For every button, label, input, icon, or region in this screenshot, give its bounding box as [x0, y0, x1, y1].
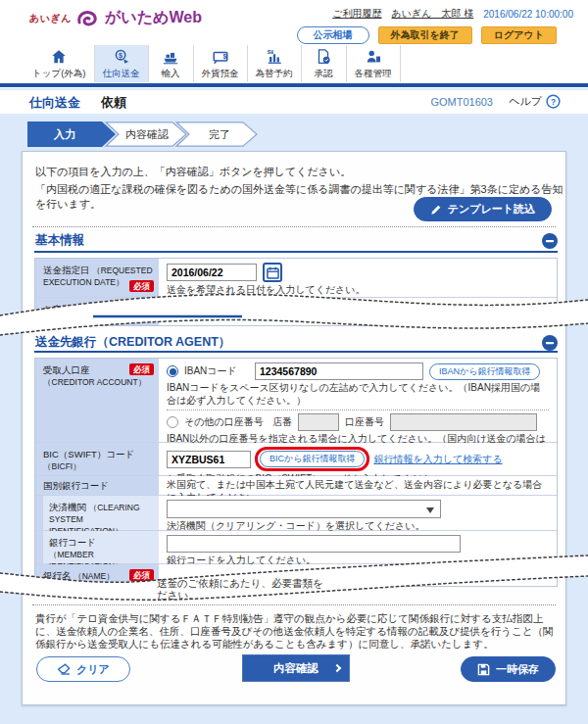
iban-radio[interactable] — [167, 365, 178, 377]
calendar-icon[interactable] — [263, 263, 282, 282]
page-category: 仕向送金 — [29, 94, 80, 112]
deposit-icon: $ — [211, 48, 230, 66]
user-info-bar: ご利用履歴 あいぎん 太郎 様 2016/06/22 10:00:00 — [332, 7, 573, 21]
torn-text-fragment: 送金のご依頼にあたり、必要書類を — [157, 577, 323, 589]
bank-name-logo: あいぎん — [29, 12, 72, 25]
end-fx-button[interactable]: 外為取引を終了 — [378, 26, 472, 44]
required-badge: 必須 — [129, 569, 154, 581]
main-nav: トップ(外為) $ 仕向送金 輸入 $ 外貨預金 $¥ 為替予約 承認 — [24, 45, 401, 82]
chevron-right-icon — [333, 664, 341, 672]
branch-label: 店番 — [272, 415, 292, 429]
torn-text-fragment: ださい。 — [157, 589, 199, 601]
help-icon: ? — [546, 94, 561, 109]
fatf-disclaimer-text: 貴行が「テロ資金供与に関するＦＡＴＦ特別勧告」遵守の観点から必要に応じて関係銀行… — [35, 612, 554, 651]
intro-text-1: 以下の項目を入力の上、「内容確認」ボタンを押してください。 — [35, 165, 351, 179]
customer-ref-row: お客様整理番号 — [35, 298, 557, 326]
header-actions: 公示相場 外為取引を終了 ログアウト — [297, 26, 557, 44]
logout-button[interactable]: ログアウト — [481, 26, 557, 44]
admin-icon — [364, 48, 383, 66]
bic-row: BIC（SWIFT）コード （BICFI） BICから銀行情報取得 銀行情報を入… — [35, 443, 557, 476]
basic-info-table: 送金指定日 （REQUESTED EXECUTION DATE） 必須 送金を希… — [34, 258, 558, 326]
bank-name-label: 銀行名 （NAME） 必須 — [35, 564, 159, 587]
collapse-minus-icon[interactable] — [542, 335, 558, 351]
clearing-system-select[interactable] — [167, 500, 441, 518]
screen-id: GOMT01603 — [430, 96, 493, 108]
svg-text:$: $ — [222, 53, 226, 61]
other-account-radio-label: その他の口座番号 — [184, 415, 267, 429]
content-panel: 以下の項目を入力の上、「内容確認」ボタンを押してください。 「内国税の適正な課税… — [22, 151, 566, 705]
nav-accent-bar — [0, 83, 588, 87]
required-badge: 必須 — [129, 363, 154, 375]
creditor-agent-table: 受取人口座 （CREDITOR ACCOUNT） 必須 IBANコード IBAN… — [34, 358, 558, 587]
exchange-chart-icon: $¥ — [265, 48, 284, 66]
help-link[interactable]: ヘルプ ? — [509, 94, 561, 109]
load-template-button[interactable]: テンプレート読込 — [414, 197, 552, 221]
national-bank-code-row: 国別銀行コード 米国宛て、または中国本土宛て人民元建て送金など、送金内容により必… — [35, 476, 557, 496]
bank-logo: あいぎん がいためWeb — [29, 8, 202, 28]
nav-item-import[interactable]: 輸入 — [149, 45, 194, 82]
dotted-separator — [32, 604, 556, 605]
iban-radio-label: IBANコード — [184, 364, 249, 378]
exec-date-input[interactable] — [167, 264, 257, 281]
member-id-label: 銀行コード （MEMBER IDENTIFICATION） — [35, 531, 159, 563]
nav-item-approval[interactable]: 承認 — [302, 45, 347, 82]
step-input-label: 入力 — [53, 128, 75, 141]
clear-button[interactable]: クリア — [36, 656, 130, 682]
save-draft-button[interactable]: 一時保存 — [461, 656, 556, 682]
other-account-radio[interactable] — [167, 416, 178, 428]
bic-label: BIC（SWIFT）コード （BICFI） — [35, 443, 159, 475]
import-ship-icon — [161, 48, 180, 66]
iban-helper: IBANコードをスペース区切りなしの左詰めで入力してください。（IBAN採用国の… — [167, 382, 549, 407]
section-rule — [34, 351, 558, 353]
get-bank-info-from-bic-button[interactable]: BICから銀行情報取得 — [260, 451, 365, 467]
published-rates-button[interactable]: 公示相場 — [297, 26, 369, 44]
exec-date-helper: 送金を希望される日付を入力してください。 — [167, 284, 549, 297]
required-badge: 必須 — [129, 280, 154, 292]
bic-input[interactable] — [167, 451, 251, 468]
annotation-highlight-ring: BICから銀行情報取得 — [255, 447, 369, 471]
nav-item-remittance[interactable]: $ 仕向送金 — [95, 45, 149, 82]
nav-item-admin[interactable]: 各種管理 — [347, 45, 401, 82]
creditor-agent-header: 送金先銀行（CREDITOR AGENT） — [35, 334, 558, 351]
progress-steps: 入力 内容確認 完了 — [27, 121, 261, 147]
login-datetime: 2016/06/22 10:00:00 — [483, 9, 573, 20]
account-number-label: 口座番号 — [345, 415, 384, 429]
pencil-icon — [430, 204, 442, 216]
nav-item-deposit[interactable]: $ 外貨預金 — [194, 45, 248, 82]
usage-history-link[interactable]: ご利用履歴 — [332, 7, 381, 21]
member-id-row: 銀行コード （MEMBER IDENTIFICATION） 銀行コードを入力して… — [35, 531, 557, 564]
account-number-input[interactable] — [390, 413, 537, 431]
get-bank-info-from-iban-button[interactable]: IBANから銀行情報取得 — [429, 363, 540, 380]
national-bank-code-label: 国別銀行コード — [35, 476, 159, 495]
branch-input[interactable] — [298, 413, 339, 431]
header: あいぎん がいためWeb ご利用履歴 あいぎん 太郎 様 2016/06/22 … — [0, 0, 588, 88]
nav-item-forward[interactable]: $¥ 為替予約 — [248, 45, 302, 82]
exec-date-row: 送金指定日 （REQUESTED EXECUTION DATE） 必須 送金を希… — [35, 259, 557, 298]
collapse-minus-icon[interactable] — [542, 233, 558, 249]
dotted-separator — [32, 226, 556, 227]
exec-date-label: 送金指定日 （REQUESTED EXECUTION DATE） 必須 — [35, 259, 159, 297]
confirm-button[interactable]: 内容確認 — [242, 654, 350, 682]
svg-text:$: $ — [119, 50, 122, 59]
floppy-disk-icon — [477, 663, 490, 676]
page-title: 依頼 — [101, 94, 126, 112]
search-bank-info-link[interactable]: 銀行情報を入力して検索する — [373, 453, 502, 466]
logo-swirl-icon — [75, 9, 101, 28]
basic-info-heading: 基本情報 — [35, 232, 84, 249]
basic-info-header: 基本情報 — [35, 232, 558, 249]
remittance-icon: $ — [112, 48, 131, 66]
clearing-system-row: 決済機関 （CLEARING SYSTEM IDENTIFICATION） 決済… — [35, 496, 557, 531]
user-name-link[interactable]: あいぎん 太郎 様 — [392, 7, 474, 21]
nav-item-top[interactable]: トップ(外為) — [24, 45, 95, 82]
footer-actions: クリア 内容確認 一時保存 — [36, 654, 556, 684]
approval-icon — [314, 48, 333, 66]
customer-ref-input[interactable] — [167, 302, 372, 319]
page-title-bar: 仕向送金 依頼 GOMT01603 ヘルプ ? — [0, 90, 588, 114]
creditor-account-label: 受取人口座 （CREDITOR ACCOUNT） 必須 — [35, 359, 159, 442]
iban-input[interactable] — [255, 362, 423, 380]
app-window: あいぎん がいためWeb ご利用履歴 あいぎん 太郎 様 2016/06/22 … — [0, 0, 588, 724]
home-icon — [49, 48, 69, 66]
svg-text:?: ? — [551, 97, 556, 107]
creditor-agent-heading: 送金先銀行（CREDITOR AGENT） — [35, 334, 230, 351]
member-id-input[interactable] — [167, 535, 461, 553]
